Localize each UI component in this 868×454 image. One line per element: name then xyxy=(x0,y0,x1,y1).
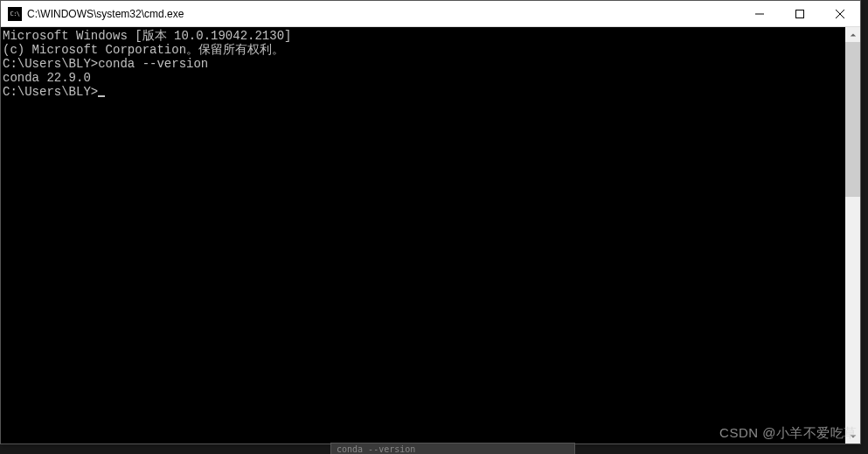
prompt-line: C:\Users\BLY> xyxy=(3,85,845,99)
scroll-thumb[interactable] xyxy=(845,42,860,197)
window-title: C:\WINDOWS\system32\cmd.exe xyxy=(27,8,740,20)
watermark-text: CSDN @小羊不爱吃草 xyxy=(719,425,858,442)
minimize-icon xyxy=(755,10,764,18)
chevron-up-icon xyxy=(850,31,857,38)
terminal-output[interactable]: Microsoft Windows [版本 10.0.19042.2130](c… xyxy=(1,27,845,444)
scroll-track[interactable] xyxy=(845,42,860,429)
titlebar[interactable]: C:\ C:\WINDOWS\system32\cmd.exe xyxy=(1,1,860,27)
prompt-text: C:\Users\BLY> xyxy=(3,85,98,99)
close-icon xyxy=(836,10,844,18)
window-controls xyxy=(740,1,860,26)
output-line: C:\Users\BLY>conda --version xyxy=(3,57,845,71)
maximize-button[interactable] xyxy=(780,1,820,26)
cmd-icon: C:\ xyxy=(8,7,22,21)
cmd-window: C:\ C:\WINDOWS\system32\cmd.exe Microsof… xyxy=(0,0,861,444)
output-line: (c) Microsoft Corporation。保留所有权利。 xyxy=(3,43,845,57)
maximize-icon xyxy=(795,10,804,18)
terminal-body: Microsoft Windows [版本 10.0.19042.2130](c… xyxy=(1,27,860,444)
taskbar-item[interactable]: conda --version xyxy=(330,443,575,454)
close-button[interactable] xyxy=(820,1,860,26)
vertical-scrollbar[interactable] xyxy=(845,27,860,444)
output-line: Microsoft Windows [版本 10.0.19042.2130] xyxy=(3,29,845,43)
taskbar-item-label: conda --version xyxy=(337,444,415,454)
scroll-up-button[interactable] xyxy=(845,27,860,42)
output-line: conda 22.9.0 xyxy=(3,71,845,85)
svg-rect-1 xyxy=(796,10,804,17)
cursor xyxy=(98,95,105,97)
minimize-button[interactable] xyxy=(740,1,780,26)
